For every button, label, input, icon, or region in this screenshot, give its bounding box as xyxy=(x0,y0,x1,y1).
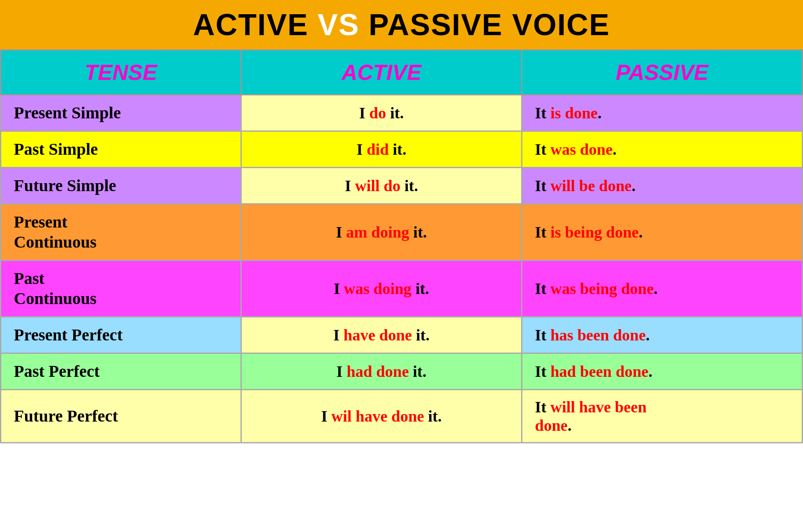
table-row-past-perfect: Past PerfectI had done it.It had been do… xyxy=(1,353,803,390)
passive-cell-future-perfect: It will have beendone. xyxy=(522,390,803,443)
tense-cell-present-perfect: Present Perfect xyxy=(1,317,241,353)
passive-cell-future-simple: It will be done. xyxy=(522,168,803,204)
table-row-future-simple: Future SimpleI will do it.It will be don… xyxy=(1,168,803,204)
passive-header: PASSIVE xyxy=(522,50,803,95)
tense-cell-past-continuous: Past Continuous xyxy=(1,261,241,317)
active-cell-past-perfect: I had done it. xyxy=(241,353,522,390)
passive-cell-present-perfect: It has been done. xyxy=(522,317,803,353)
table-row-present-simple: Present SimpleI do it.It is done. xyxy=(1,95,803,131)
passive-cell-present-continuous: It is being done. xyxy=(522,204,803,261)
active-cell-present-continuous: I am doing it. xyxy=(241,204,522,261)
main-table: TENSE ACTIVE PASSIVE Present SimpleI do … xyxy=(0,49,803,443)
table-row-present-perfect: Present PerfectI have done it.It has bee… xyxy=(1,317,803,353)
passive-cell-past-continuous: It was being done. xyxy=(522,261,803,317)
tense-cell-present-continuous: Present Continuous xyxy=(1,204,241,261)
tense-cell-future-simple: Future Simple xyxy=(1,168,241,204)
tense-header: TENSE xyxy=(1,50,241,95)
active-cell-present-perfect: I have done it. xyxy=(241,317,522,353)
title-part2: PASSIVE VOICE xyxy=(360,8,610,41)
active-cell-future-perfect: I wil have done it. xyxy=(241,390,522,443)
table-row-future-perfect: Future PerfectI wil have done it.It will… xyxy=(1,390,803,443)
title-vs: VS xyxy=(318,8,360,41)
table-row-present-continuous: Present ContinuousI am doing it.It is be… xyxy=(1,204,803,261)
active-cell-past-simple: I did it. xyxy=(241,131,522,168)
tense-cell-past-simple: Past Simple xyxy=(1,131,241,168)
tense-cell-past-perfect: Past Perfect xyxy=(1,353,241,390)
active-cell-past-continuous: I was doing it. xyxy=(241,261,522,317)
active-cell-present-simple: I do it. xyxy=(241,95,522,131)
tense-cell-present-simple: Present Simple xyxy=(1,95,241,131)
header-row: TENSE ACTIVE PASSIVE xyxy=(1,50,803,95)
active-cell-future-simple: I will do it. xyxy=(241,168,522,204)
table-row-past-continuous: Past ContinuousI was doing it.It was bei… xyxy=(1,261,803,317)
passive-cell-present-simple: It is done. xyxy=(522,95,803,131)
active-header: ACTIVE xyxy=(241,50,522,95)
table-row-past-simple: Past SimpleI did it.It was done. xyxy=(1,131,803,168)
page-title: ACTIVE VS PASSIVE VOICE xyxy=(4,8,799,42)
tense-cell-future-perfect: Future Perfect xyxy=(1,390,241,443)
title-part1: ACTIVE xyxy=(193,8,318,41)
title-bar: ACTIVE VS PASSIVE VOICE xyxy=(0,0,803,49)
passive-cell-past-simple: It was done. xyxy=(522,131,803,168)
passive-cell-past-perfect: It had been done. xyxy=(522,353,803,390)
